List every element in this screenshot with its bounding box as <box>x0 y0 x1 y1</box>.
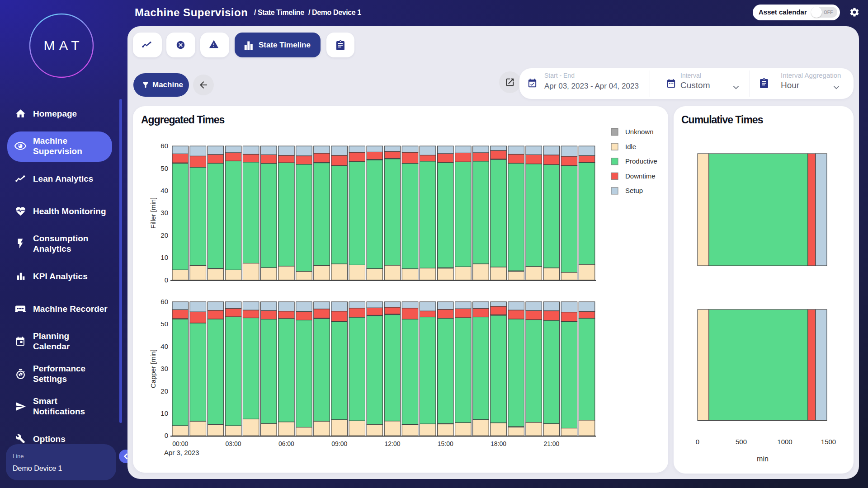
svg-text:20: 20 <box>160 387 168 395</box>
svg-text:30: 30 <box>160 209 168 216</box>
svg-text:40: 40 <box>160 187 168 194</box>
svg-text:Productive: Productive <box>625 157 657 165</box>
svg-text:50: 50 <box>160 164 168 172</box>
svg-text:1500: 1500 <box>821 438 836 446</box>
svg-text:20: 20 <box>160 231 168 239</box>
svg-text:500: 500 <box>736 438 747 446</box>
svg-text:Unknown: Unknown <box>625 128 654 136</box>
svg-text:60: 60 <box>160 142 168 150</box>
svg-text:0: 0 <box>696 438 699 446</box>
svg-text:Downtime: Downtime <box>625 172 656 180</box>
svg-text:1000: 1000 <box>777 438 792 446</box>
svg-text:12:00: 12:00 <box>384 440 400 447</box>
svg-text:50: 50 <box>160 320 168 328</box>
svg-text:09:00: 09:00 <box>331 440 347 447</box>
svg-text:Capper [min]: Capper [min] <box>149 349 157 388</box>
svg-text:Apr 3, 2023: Apr 3, 2023 <box>164 449 199 456</box>
svg-text:Idle: Idle <box>625 143 636 150</box>
svg-text:15:00: 15:00 <box>438 440 453 447</box>
svg-text:10: 10 <box>160 253 168 261</box>
svg-text:Filler [min]: Filler [min] <box>149 197 157 229</box>
svg-text:60: 60 <box>160 298 168 305</box>
svg-text:Setup: Setup <box>625 187 643 194</box>
svg-text:0: 0 <box>165 432 168 439</box>
svg-text:00:00: 00:00 <box>172 440 188 447</box>
svg-text:30: 30 <box>160 365 168 372</box>
svg-text:0: 0 <box>165 276 168 284</box>
svg-text:06:00: 06:00 <box>278 440 294 447</box>
svg-text:40: 40 <box>160 343 168 350</box>
svg-text:10: 10 <box>160 409 168 417</box>
svg-text:18:00: 18:00 <box>491 440 506 447</box>
svg-text:min: min <box>757 455 769 463</box>
svg-text:03:00: 03:00 <box>226 440 241 447</box>
svg-text:21:00: 21:00 <box>543 440 559 447</box>
